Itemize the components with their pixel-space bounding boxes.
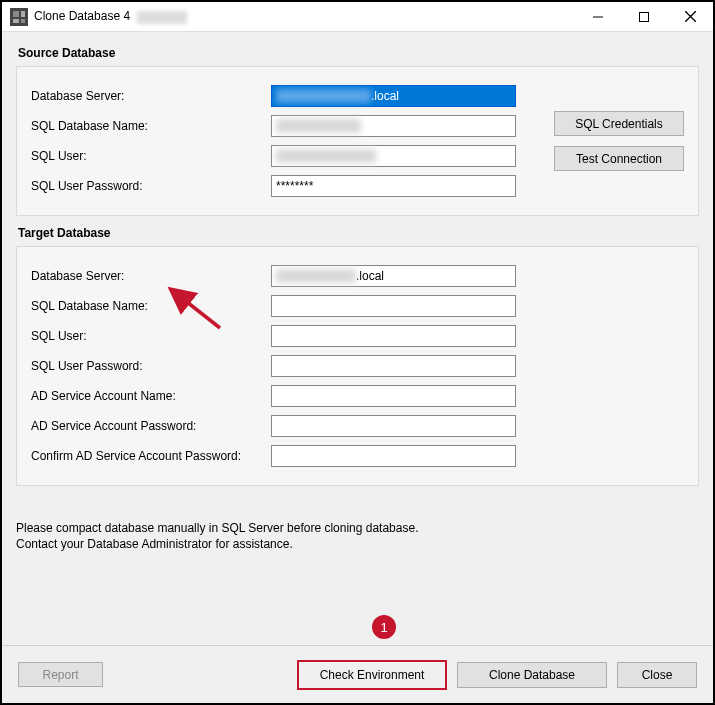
close-button[interactable]: Close [617, 662, 697, 688]
window-titlebar: Clone Database 4 [2, 2, 713, 32]
svg-rect-0 [640, 12, 649, 21]
target-sql-pass-input[interactable] [271, 355, 516, 377]
target-db-server-value-obscured [276, 269, 356, 283]
target-db-name-input[interactable] [271, 295, 516, 317]
minimize-button[interactable] [575, 2, 621, 32]
source-group-title: Source Database [18, 46, 699, 60]
source-db-server-label: Database Server: [31, 89, 271, 103]
source-db-name-label: SQL Database Name: [31, 119, 271, 133]
window-title: Clone Database 4 [34, 9, 187, 23]
source-db-server-input[interactable]: .local [271, 85, 516, 107]
source-db-name-value-obscured [276, 119, 361, 133]
target-ad-name-label: AD Service Account Name: [31, 389, 271, 403]
window-title-obscured [137, 11, 187, 24]
target-ad-name-input[interactable] [271, 385, 516, 407]
target-db-name-label: SQL Database Name: [31, 299, 271, 313]
note-text: Please compact database manually in SQL … [16, 520, 699, 552]
window-title-text: Clone Database 4 [34, 9, 130, 23]
sql-credentials-button[interactable]: SQL Credentials [554, 111, 684, 136]
clone-database-window: Clone Database 4 Source Database Databas… [0, 0, 715, 705]
source-sql-pass-label: SQL User Password: [31, 179, 271, 193]
target-db-server-label: Database Server: [31, 269, 271, 283]
source-sql-user-value-obscured [276, 149, 376, 163]
source-sql-user-label: SQL User: [31, 149, 271, 163]
footer-bar: Report Check Environment Clone Database … [2, 645, 713, 703]
source-sql-user-input[interactable] [271, 145, 516, 167]
target-sql-user-label: SQL User: [31, 329, 271, 343]
clone-database-button[interactable]: Clone Database [457, 662, 607, 688]
target-db-server-suffix: .local [356, 269, 384, 283]
check-environment-button[interactable]: Check Environment [297, 660, 447, 690]
close-window-button[interactable] [667, 2, 713, 32]
target-group: Database Server: .local SQL Database Nam… [16, 246, 699, 486]
test-connection-button[interactable]: Test Connection [554, 146, 684, 171]
source-db-server-suffix: .local [371, 89, 399, 103]
target-ad-pass-confirm-label: Confirm AD Service Account Password: [31, 449, 271, 463]
target-ad-pass-input[interactable] [271, 415, 516, 437]
source-group: Database Server: .local SQL Database Nam… [16, 66, 699, 216]
client-area: Source Database Database Server: .local … [2, 32, 713, 703]
maximize-button[interactable] [621, 2, 667, 32]
source-db-name-input[interactable] [271, 115, 516, 137]
app-icon [10, 8, 28, 26]
note-line1: Please compact database manually in SQL … [16, 520, 699, 536]
target-db-server-input[interactable]: .local [271, 265, 516, 287]
target-group-title: Target Database [18, 226, 699, 240]
source-sql-pass-input[interactable] [271, 175, 516, 197]
report-button[interactable]: Report [18, 662, 103, 687]
note-line2: Contact your Database Administrator for … [16, 536, 699, 552]
source-db-server-value-obscured [276, 89, 371, 103]
target-sql-pass-label: SQL User Password: [31, 359, 271, 373]
target-sql-user-input[interactable] [271, 325, 516, 347]
target-ad-pass-confirm-input[interactable] [271, 445, 516, 467]
target-ad-pass-label: AD Service Account Password: [31, 419, 271, 433]
